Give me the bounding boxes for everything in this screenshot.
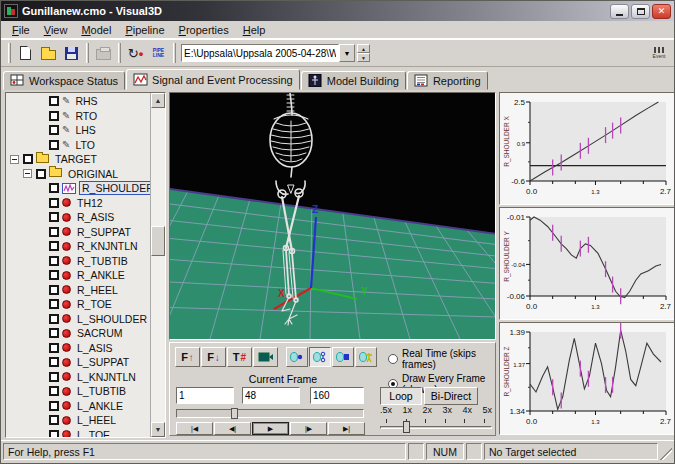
tree-item-l_tubtib[interactable]: L_TUBTIB — [6, 384, 150, 399]
tree-item-l_toe[interactable]: L_TOE — [6, 428, 150, 438]
tab-reporting[interactable]: Reporting — [407, 71, 488, 90]
marker-dot-button[interactable] — [286, 347, 308, 367]
speed-slider[interactable] — [380, 419, 492, 431]
menu-help[interactable]: Help — [236, 23, 273, 37]
pipeline-button[interactable]: PIPELINE — [147, 42, 170, 64]
tree-item-l_knjntln[interactable]: L_KNJNTLN — [6, 370, 150, 385]
print-button[interactable] — [92, 42, 115, 64]
tree-checkbox[interactable] — [49, 285, 59, 295]
close-button[interactable]: ✕ — [652, 4, 671, 19]
spin-up-button[interactable]: ▲ — [357, 44, 370, 53]
tree-checkbox[interactable] — [49, 96, 59, 106]
menu-model[interactable]: Model — [74, 23, 118, 37]
marker-link-button[interactable] — [309, 347, 331, 367]
menu-pipeline[interactable]: Pipeline — [118, 23, 171, 37]
resize-grip[interactable] — [660, 448, 672, 460]
new-file-button[interactable] — [14, 42, 37, 64]
marker-figure-button[interactable] — [355, 347, 377, 367]
tree-checkbox[interactable] — [49, 125, 59, 135]
recalc-button[interactable]: ↻• — [124, 42, 147, 64]
video-button[interactable] — [253, 347, 278, 367]
tree-checkbox[interactable] — [49, 343, 59, 353]
menu-file[interactable]: File — [5, 23, 37, 37]
tree-item-r_suppat[interactable]: R_SUPPAT — [6, 225, 150, 240]
speed-slider-thumb[interactable] — [403, 421, 410, 433]
go-start-button[interactable]: |◀ — [176, 422, 213, 435]
tree-checkbox[interactable] — [49, 270, 59, 280]
tree-item-r_shoulder[interactable]: R_SHOULDER — [6, 181, 150, 196]
tree-item-r_asis[interactable]: R_ASIS — [6, 210, 150, 225]
tree-item-l_asis[interactable]: L_ASIS — [6, 341, 150, 356]
tree-checkbox[interactable] — [49, 328, 59, 338]
tree-checkbox[interactable] — [49, 183, 59, 193]
menu-view[interactable]: View — [37, 23, 75, 37]
tree-checkbox[interactable] — [49, 415, 59, 425]
start-frame-input[interactable] — [176, 387, 234, 404]
tree-checkbox[interactable] — [36, 169, 46, 179]
open-file-button[interactable] — [37, 42, 60, 64]
tab-signal-and-event-processing[interactable]: Signal and Event Processing — [126, 69, 300, 90]
tree-item-l_heel[interactable]: L_HEEL — [6, 413, 150, 428]
tree-checkbox[interactable] — [49, 314, 59, 324]
tree-checkbox[interactable] — [49, 241, 59, 251]
loop-button[interactable]: Loop — [380, 387, 422, 405]
tree-item-sacrum[interactable]: SACRUM — [6, 326, 150, 341]
tree-item-r_ankle[interactable]: R_ANKLE — [6, 268, 150, 283]
tree-checkbox[interactable] — [49, 256, 59, 266]
tree-item-rto[interactable]: ✎RTO — [6, 109, 150, 124]
chart-r_shoulder y[interactable]: -0.01-0.04-0.060.01.32.7R_SHOULDER Y — [499, 207, 675, 320]
tree-checkbox[interactable] — [49, 386, 59, 396]
tree-item-l_shoulder[interactable]: L_SHOULDER — [6, 312, 150, 327]
tree-checkbox[interactable] — [49, 372, 59, 382]
tree-scrollbar[interactable]: ▲ ▼ — [150, 93, 165, 437]
current-frame-input[interactable] — [242, 387, 300, 404]
tree-item-r_tubtib[interactable]: R_TUBTIB — [6, 254, 150, 269]
chart-r_shoulder x[interactable]: 2.50.9-0.60.01.32.7R_SHOULDER X — [499, 92, 675, 205]
file-combo-dropdown-button[interactable]: ▼ — [339, 44, 355, 62]
scroll-up-button[interactable]: ▲ — [151, 93, 165, 108]
scroll-thumb[interactable] — [151, 226, 165, 256]
play-button[interactable]: ▶ — [252, 422, 289, 435]
maximize-button[interactable] — [631, 4, 650, 19]
menu-properties[interactable]: Properties — [172, 23, 236, 37]
step-back-button[interactable]: ◀| — [214, 422, 251, 435]
marker-cube-button[interactable] — [332, 347, 354, 367]
frame-slider-thumb[interactable] — [231, 408, 238, 419]
tree-checkbox[interactable] — [49, 212, 59, 222]
expand-minus-box[interactable] — [23, 169, 32, 178]
frame-slider[interactable] — [176, 409, 364, 418]
tree-checkbox[interactable] — [23, 154, 33, 164]
tree-item-lto[interactable]: ✎LTO — [6, 138, 150, 153]
tree-checkbox[interactable] — [49, 357, 59, 367]
end-frame-input[interactable] — [310, 387, 364, 404]
tree-checkbox[interactable] — [49, 227, 59, 237]
tree-item-r_knjntln[interactable]: R_KNJNTLN — [6, 239, 150, 254]
tree-item-r_toe[interactable]: R_TOE — [6, 297, 150, 312]
tree-item-r_heel[interactable]: R_HEEL — [6, 283, 150, 298]
bidirect-button[interactable]: Bi-Direct — [424, 387, 478, 405]
tree-checkbox[interactable] — [49, 111, 59, 121]
tree-checkbox[interactable] — [49, 401, 59, 411]
minimize-button[interactable] — [610, 4, 629, 19]
frame-button-0[interactable]: F↑ — [175, 347, 200, 367]
event-button[interactable]: Event — [648, 42, 670, 64]
tab-model-building[interactable]: Model Building — [301, 71, 406, 90]
frame-button-2[interactable]: T# — [227, 347, 252, 367]
radio-button[interactable] — [388, 354, 398, 364]
tab-workspace-status[interactable]: Workspace Status — [3, 71, 125, 90]
step-forward-button[interactable]: |▶ — [290, 422, 327, 435]
tree-item-l_suppat[interactable]: L_SUPPAT — [6, 355, 150, 370]
tree-item-l_ankle[interactable]: L_ANKLE — [6, 399, 150, 414]
chart-r_shoulder z[interactable]: 1.391.371.340.01.32.7R_SHOULDER Z — [499, 322, 675, 435]
tree-checkbox[interactable] — [49, 430, 59, 437]
scroll-down-button[interactable]: ▼ — [151, 422, 165, 437]
tree-checkbox[interactable] — [49, 198, 59, 208]
spin-down-button[interactable]: ▼ — [357, 53, 370, 62]
frame-button-1[interactable]: F↓ — [201, 347, 226, 367]
expand-minus-box[interactable] — [10, 155, 19, 164]
tree-checkbox[interactable] — [49, 140, 59, 150]
tree-item-original[interactable]: ORIGINAL — [6, 167, 150, 182]
tree-item-target[interactable]: TARGET — [6, 152, 150, 167]
save-button[interactable] — [60, 42, 83, 64]
scroll-track[interactable] — [151, 108, 165, 422]
